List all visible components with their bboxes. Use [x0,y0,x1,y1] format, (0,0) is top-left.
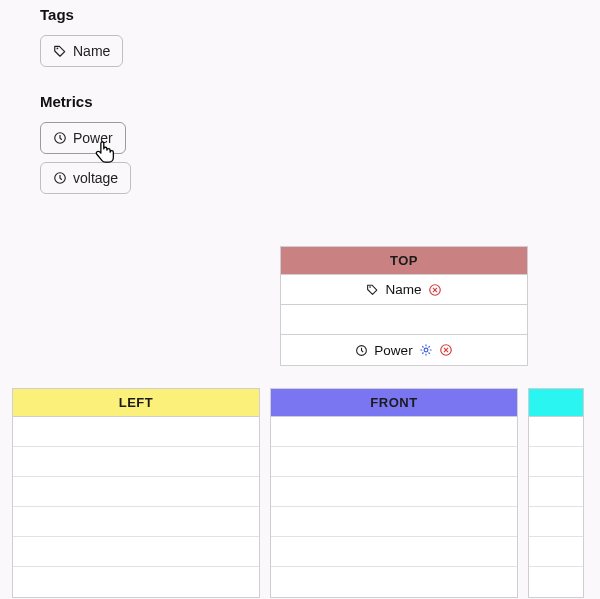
metrics-heading: Metrics [40,93,131,110]
layout-header-right[interactable] [529,389,583,417]
layout-header-top[interactable]: TOP [281,247,527,275]
layout-panel-left: LEFT [12,388,260,598]
layout-header-front[interactable]: FRONT [271,389,517,417]
layout-panel-top: TOP Name Power [280,246,528,366]
metric-chip-voltage[interactable]: voltage [40,162,131,194]
table-row[interactable] [13,507,259,537]
table-row[interactable] [271,567,517,597]
table-row[interactable] [271,537,517,567]
layout-header-left[interactable]: LEFT [13,389,259,417]
table-row[interactable] [13,417,259,447]
table-row[interactable] [529,417,583,447]
metric-icon [355,344,368,357]
top-row-power[interactable]: Power [281,335,527,365]
table-row[interactable] [529,537,583,567]
metric-chip-label: voltage [73,170,118,186]
table-row[interactable] [271,417,517,447]
table-row[interactable] [13,477,259,507]
tag-chip-label: Name [73,43,110,59]
metric-icon [53,131,67,145]
svg-point-6 [424,348,428,352]
table-row[interactable] [13,567,259,597]
top-row-name[interactable]: Name [281,275,527,305]
table-row[interactable] [529,477,583,507]
tag-icon [366,283,379,296]
table-row[interactable] [271,447,517,477]
metric-chip-power[interactable]: Power [40,122,126,154]
svg-point-3 [370,286,372,288]
table-row[interactable] [13,447,259,477]
top-row-name-label: Name [385,282,421,297]
table-row[interactable] [529,567,583,597]
tag-icon [53,44,67,58]
tags-section: Tags Name [40,6,131,71]
layout-panel-front: FRONT [270,388,518,598]
tags-heading: Tags [40,6,131,23]
top-row-empty[interactable] [281,305,527,335]
remove-icon[interactable] [439,343,453,357]
svg-point-0 [57,48,59,50]
table-row[interactable] [271,507,517,537]
table-row[interactable] [529,507,583,537]
metric-chip-label: Power [73,130,113,146]
table-row[interactable] [529,447,583,477]
table-row[interactable] [13,537,259,567]
table-row[interactable] [271,477,517,507]
metric-icon [53,171,67,185]
remove-icon[interactable] [428,283,442,297]
layout-panel-right [528,388,584,598]
settings-icon[interactable] [419,343,433,357]
tag-chip-name[interactable]: Name [40,35,123,67]
top-row-power-label: Power [374,343,412,358]
metrics-section: Metrics Power voltage [40,93,131,198]
